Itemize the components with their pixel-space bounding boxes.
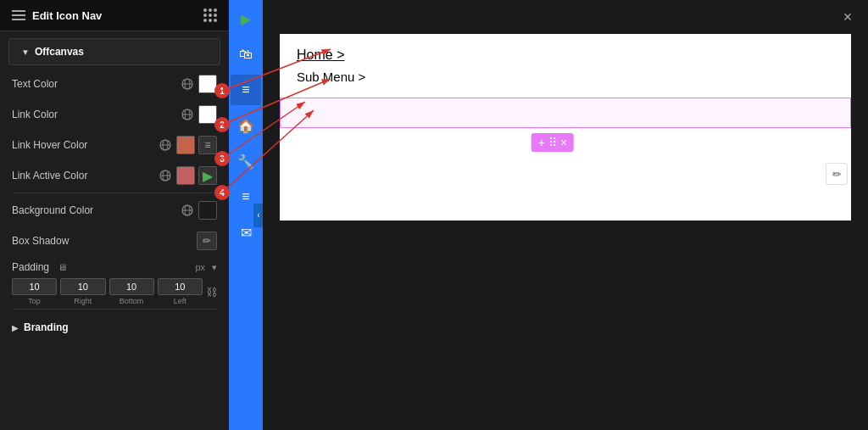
offcanvas-arrow-icon: ▼	[21, 47, 30, 57]
toolbar-bag-button[interactable]: 🛍	[231, 39, 261, 70]
padding-unit: px	[195, 262, 205, 272]
panel-header: Edit Icon Nav	[0, 0, 229, 31]
link-hover-color-swatch[interactable]	[176, 136, 195, 154]
edit-element-button[interactable]: ✏	[826, 163, 848, 185]
padding-left-input[interactable]	[158, 278, 203, 295]
link-active-color-controls: ▶	[158, 166, 217, 185]
link-active-play-icon[interactable]: ▶	[198, 166, 217, 185]
branding-label: Branding	[24, 321, 69, 333]
offcanvas-label: Offcanvas	[35, 46, 84, 58]
separator-1	[12, 193, 217, 193]
link-color-label: Link Color	[12, 109, 180, 120]
bg-color-swatch[interactable]	[198, 201, 217, 220]
padding-top-input[interactable]	[12, 278, 57, 295]
text-color-label: Text Color	[12, 78, 180, 90]
link-color-globe-icon[interactable]	[180, 107, 195, 122]
text-color-controls	[180, 75, 217, 93]
box-shadow-edit-button[interactable]: ✏	[197, 232, 217, 250]
grid-icon[interactable]	[203, 8, 217, 22]
text-color-swatch[interactable]	[198, 75, 217, 93]
mail-icon: ✉	[241, 225, 252, 241]
toolbar-home-button[interactable]: 🏠	[231, 110, 261, 141]
toolbar-play-button[interactable]: ▶	[231, 3, 261, 34]
link-padding-icon[interactable]: ⛓	[206, 286, 217, 299]
branding-arrow-icon: ▶	[12, 323, 19, 332]
link-hover-color-row: Link Hover Color ≡	[0, 130, 229, 160]
separator-2	[12, 309, 217, 310]
padding-left-label: Left	[174, 297, 186, 305]
background-color-row: Background Color	[0, 195, 229, 226]
bg-color-globe-icon[interactable]	[180, 203, 195, 218]
drag-element-button[interactable]: ⠿	[548, 136, 557, 149]
padding-row: Padding 🖥 px ▾	[0, 256, 229, 278]
preview-nav: Home > Sub Menu >	[280, 34, 851, 98]
monitor-icon: 🖥	[58, 262, 67, 272]
padding-bottom-label: Bottom	[120, 297, 144, 305]
home-icon: 🏠	[237, 118, 254, 134]
play-icon: ▶	[241, 11, 251, 27]
add-element-button[interactable]: +	[538, 136, 545, 149]
padding-right-label: Right	[74, 297, 92, 305]
padding-top-group: Top	[12, 278, 57, 305]
link-hover-menu-icon[interactable]: ≡	[198, 136, 217, 154]
branding-section-header[interactable]: ▶ Branding	[0, 315, 229, 340]
link-active-color-label: Link Active Color	[12, 170, 158, 181]
box-shadow-label: Box Shadow	[12, 235, 69, 247]
padding-label: Padding	[12, 261, 49, 273]
text-color-globe-icon[interactable]	[180, 76, 195, 92]
delete-element-button[interactable]: ×	[560, 136, 567, 149]
link-active-color-swatch[interactable]	[176, 166, 195, 185]
link-active-color-row: Link Active Color ▶	[0, 160, 229, 191]
link-color-swatch[interactable]	[198, 105, 217, 124]
offcanvas-section-header[interactable]: ▼ Offcanvas	[8, 38, 220, 65]
padding-left-group: Left	[158, 278, 203, 305]
bg-color-controls	[180, 201, 217, 220]
element-action-toolbar: + ⠿ ×	[531, 133, 574, 152]
panel-title: Edit Icon Nav	[32, 9, 102, 22]
toolbar-menu-button[interactable]: ≡	[231, 75, 261, 105]
list-icon: ≡	[242, 189, 249, 204]
toolbar-wrench-button[interactable]: 🔧	[231, 146, 261, 176]
middle-toolbar: ▶ 🛍 ≡ 🏠 🔧 ≡ ✉ ‹	[229, 0, 263, 430]
preview-nav-sub[interactable]: Sub Menu >	[297, 70, 834, 84]
link-color-row: Link Color	[0, 99, 229, 130]
padding-top-label: Top	[28, 297, 41, 305]
menu-icon: ≡	[242, 82, 249, 98]
background-color-label: Background Color	[12, 204, 180, 216]
close-button[interactable]: ×	[836, 5, 860, 29]
canvas-preview: Home > Sub Menu > + ⠿ × ✏	[280, 34, 851, 221]
bag-icon: 🛍	[239, 47, 253, 62]
link-hover-color-controls: ≡	[158, 136, 217, 154]
wrench-icon: 🔧	[237, 154, 254, 170]
left-panel: Edit Icon Nav ▼ Offcanvas Text Color	[0, 0, 229, 430]
box-shadow-row: Box Shadow ✏	[0, 226, 229, 256]
text-color-row: Text Color	[0, 69, 229, 99]
panel-content: ▼ Offcanvas Text Color	[0, 31, 229, 430]
link-hover-globe-icon[interactable]	[158, 137, 173, 153]
link-hover-color-label: Link Hover Color	[12, 139, 158, 151]
canvas-area: × Home > Sub Menu > + ⠿ × ✏	[263, 0, 868, 430]
padding-right-group: Right	[60, 278, 105, 305]
padding-inputs: Top Right Bottom Left ⛓	[0, 278, 229, 307]
padding-right-input[interactable]	[60, 278, 105, 295]
highlighted-element[interactable]	[280, 98, 851, 128]
link-color-controls	[180, 105, 217, 124]
preview-nav-home[interactable]: Home >	[297, 47, 834, 63]
link-active-globe-icon[interactable]	[158, 168, 173, 183]
padding-bottom-group: Bottom	[109, 278, 154, 305]
padding-bottom-input[interactable]	[109, 278, 154, 295]
canvas-header: ×	[263, 0, 868, 34]
hamburger-icon[interactable]	[12, 10, 25, 20]
